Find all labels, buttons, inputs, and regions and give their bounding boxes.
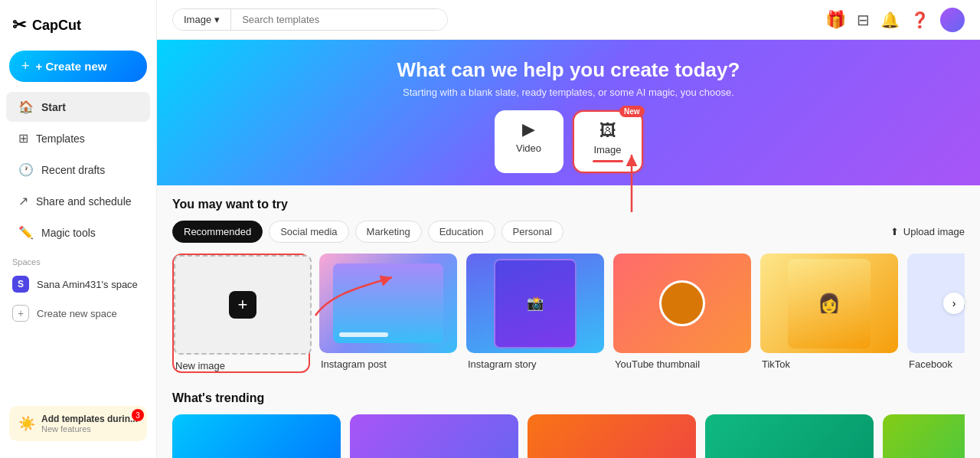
upload-image-button[interactable]: ⬆ Upload image — [890, 226, 965, 237]
sidebar: ✂ CapCut + + Create new 🏠 Start ⊞ Templa… — [0, 0, 157, 458]
home-icon: 🏠 — [18, 100, 34, 114]
trending-card-text-design[interactable]: Text to design:create now, — [528, 414, 696, 458]
sidebar-label-share: Share and schedule — [36, 195, 132, 208]
tiktok-thumb: 👩 — [760, 254, 898, 353]
app-name: CapCut — [32, 18, 81, 34]
trending-card-text-img-label: Text to image:paint with your — [350, 453, 518, 458]
logo: ✂ CapCut — [0, 9, 156, 47]
trending-section: What's trending Batch edit:your perfect … — [172, 391, 965, 458]
tab-video-label: Video — [516, 142, 541, 154]
image-icon: 🖼 — [599, 121, 616, 141]
trending-title: What's trending — [172, 391, 965, 405]
sidebar-bottom: ☀️ Add templates durin... New features 3 — [0, 398, 156, 449]
video-icon: ▶ — [522, 119, 535, 139]
hero-tabs: ▶ Video New 🖼 Image — [172, 110, 965, 173]
templates-icon: ⊞ — [18, 131, 28, 146]
search-type-button[interactable]: Image ▾ — [173, 9, 231, 30]
create-new-label: + Create new — [36, 60, 107, 73]
ig-story-thumb: 📸 — [466, 254, 604, 353]
templates-grid: + New image Instagram post — [172, 254, 965, 379]
filter-tabs-row: Recommended Social media Marketing Educa… — [172, 221, 965, 243]
plus-icon: + — [21, 58, 30, 74]
trending-card-batch-label: Batch edit:your perfect — [172, 453, 341, 458]
space-name: Sana Amin431's space — [37, 279, 138, 290]
template-label-instagram: Instagram post — [319, 358, 457, 370]
sidebar-item-start[interactable]: 🏠 Start — [6, 92, 150, 122]
filter-tab-education[interactable]: Education — [428, 221, 495, 243]
trending-card-background[interactable]: Background magic — [705, 414, 874, 458]
user-avatar[interactable] — [940, 8, 965, 32]
sidebar-label-recent: Recent drafts — [41, 164, 105, 176]
template-card-ig-story[interactable]: 📸 Instagram story — [466, 254, 604, 373]
new-image-thumb: + — [174, 255, 312, 355]
content-area: You may want to try Recommended Social m… — [157, 185, 980, 458]
sidebar-item-magic[interactable]: ✏️ Magic tools — [6, 218, 150, 247]
hero-wrapper: What can we help you create today? Start… — [157, 40, 980, 185]
filter-tab-social[interactable]: Social media — [269, 221, 348, 243]
add-icon: + — [229, 291, 256, 319]
template-label-tiktok: TikTok — [760, 358, 898, 370]
template-card-youtube[interactable]: YouTube thumbnail — [613, 254, 751, 373]
sidebar-label-templates: Templates — [36, 132, 85, 145]
sidebar-item-recent[interactable]: 🕐 Recent drafts — [6, 155, 150, 185]
template-label-facebook: Facebook — [907, 358, 965, 370]
notification-bar[interactable]: ☀️ Add templates durin... New features 3 — [9, 406, 147, 441]
create-space-button[interactable]: + Create new space — [0, 299, 156, 328]
help-icon[interactable]: ❓ — [910, 11, 929, 29]
new-badge: New — [619, 106, 645, 117]
sun-icon: ☀️ — [18, 415, 35, 432]
trending-card-ai[interactable]: AI mo fast — [883, 414, 965, 458]
upload-icon: ⬆ — [890, 226, 899, 237]
filter-tab-marketing[interactable]: Marketing — [355, 221, 422, 243]
tab-image-underline — [593, 160, 623, 162]
upload-label: Upload image — [903, 226, 965, 237]
sidebar-item-share[interactable]: ↗ Share and schedule — [6, 186, 150, 216]
logo-icon: ✂ — [12, 15, 26, 35]
space-avatar: S — [12, 276, 29, 293]
sidebar-label-magic: Magic tools — [41, 227, 96, 239]
bell-icon[interactable]: 🔔 — [880, 11, 900, 29]
youtube-thumb — [613, 254, 751, 353]
hero-title: What can we help you create today? — [172, 58, 965, 82]
try-section-title: You may want to try — [172, 198, 965, 211]
templates-wrap: + New image Instagram post — [172, 254, 965, 379]
instagram-thumb — [319, 254, 457, 353]
template-label-youtube: YouTube thumbnail — [613, 358, 751, 370]
clock-icon: 🕐 — [18, 162, 34, 177]
topbar: Image ▾ 🎁 ⊟ 🔔 ❓ — [157, 0, 980, 40]
sidebar-label-start: Start — [41, 101, 66, 113]
main-content: Image ▾ 🎁 ⊟ 🔔 ❓ What can we help you cre… — [157, 0, 980, 458]
notif-badge: 3 — [132, 409, 144, 421]
hero-tab-video[interactable]: ▶ Video — [495, 110, 564, 173]
trending-card-text-img[interactable]: Text to image:paint with your — [350, 414, 518, 458]
spaces-label: Spaces — [0, 248, 156, 270]
create-space-label: Create new space — [37, 308, 117, 319]
notif-title: Add templates durin... — [41, 414, 138, 424]
sidebar-item-templates[interactable]: ⊞ Templates — [6, 123, 150, 153]
next-arrow-button[interactable]: › — [943, 293, 965, 314]
magic-icon: ✏️ — [18, 225, 34, 240]
search-input[interactable] — [231, 9, 447, 30]
template-label-new-image: New image — [174, 360, 309, 371]
search-type-label: Image — [184, 14, 211, 25]
topbar-right: 🎁 ⊟ 🔔 ❓ — [825, 8, 965, 32]
template-card-new-image[interactable]: + New image — [172, 254, 310, 373]
layers-icon[interactable]: ⊟ — [857, 11, 870, 29]
trending-card-batch[interactable]: Batch edit:your perfect — [172, 414, 341, 458]
tab-image-label: Image — [593, 144, 621, 155]
template-label-ig-story: Instagram story — [466, 358, 604, 370]
share-icon: ↗ — [18, 194, 28, 208]
create-new-button[interactable]: + + Create new — [9, 51, 147, 82]
create-space-icon: + — [12, 305, 29, 322]
notification-text: Add templates durin... New features — [41, 414, 138, 433]
space-item-user[interactable]: S Sana Amin431's space — [0, 270, 156, 299]
trending-card-text-design-label: Text to design:create now, — [528, 453, 696, 458]
trending-cards: Batch edit:your perfect Text to image:pa… — [172, 414, 965, 458]
hero-tab-image[interactable]: New 🖼 Image — [573, 110, 643, 173]
template-card-instagram[interactable]: Instagram post — [319, 254, 457, 373]
tab-video-underline — [514, 159, 544, 161]
template-card-tiktok[interactable]: 👩 TikTok — [760, 254, 898, 373]
filter-tab-recommended[interactable]: Recommended — [172, 221, 263, 243]
filter-tab-personal[interactable]: Personal — [501, 221, 564, 243]
gift-icon[interactable]: 🎁 — [825, 10, 846, 30]
